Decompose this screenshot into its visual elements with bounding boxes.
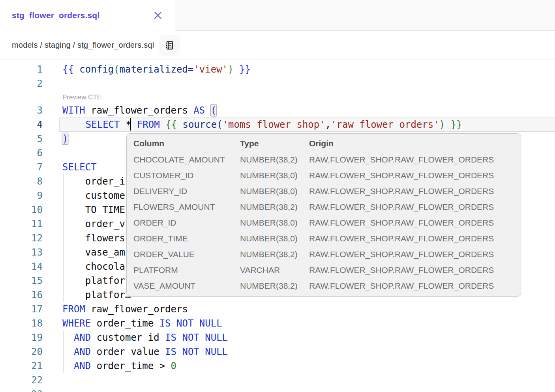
column-cell: VARCHAR xyxy=(240,265,309,275)
column-row: ORDER_VALUENUMBER(38,2)RAW.FLOWER_SHOP.R… xyxy=(133,246,516,262)
line-number[interactable]: 1 xyxy=(0,62,59,77)
code-line-text[interactable]: AND order_time > 0 xyxy=(59,359,555,373)
code-line[interactable]: 20 AND order_value IS NOT NULL xyxy=(0,345,555,359)
code-token xyxy=(165,360,171,371)
column-row: ORDER_TIMENUMBER(38,0)RAW.FLOWER_SHOP.RA… xyxy=(133,231,516,246)
line-number[interactable]: 9 xyxy=(0,189,59,203)
code-token xyxy=(63,119,86,130)
code-token: chocola xyxy=(62,261,125,272)
source-columns-popup: Column Type Origin CHOCOLATE_AMOUNTNUMBE… xyxy=(126,133,521,297)
code-line[interactable]: 22 xyxy=(0,373,555,387)
code-line[interactable]: 21 AND order_time > 0 xyxy=(0,359,555,373)
code-line[interactable]: 19 AND customer_id IS NOT NULL xyxy=(0,330,555,345)
column-row: VASE_AMOUNTNUMBER(38,2)RAW.FLOWER_SHOP.R… xyxy=(133,278,516,294)
tab-bar: stg_flower_orders.sql xyxy=(0,0,555,31)
code-token: platfor… xyxy=(62,289,131,301)
column-popup-body: CHOCOLATE_AMOUNTNUMBER(38,2)RAW.FLOWER_S… xyxy=(133,152,516,294)
line-number[interactable]: 6 xyxy=(0,146,59,160)
column-cell: NUMBER(38,2) xyxy=(240,281,309,291)
code-token: 'raw_flower_orders' xyxy=(331,119,439,130)
column-cell: FLOWERS_AMOUNT xyxy=(133,202,240,212)
line-number[interactable]: 7 xyxy=(0,160,59,174)
line-number[interactable]: 5 xyxy=(0,132,59,146)
code-line-text[interactable] xyxy=(59,373,555,387)
line-number[interactable]: 20 xyxy=(0,345,59,359)
line-number[interactable]: 23 xyxy=(0,387,59,392)
code-token: ( xyxy=(217,119,222,130)
column-cell: RAW.FLOWER_SHOP.RAW_FLOWER_ORDERS xyxy=(309,250,516,259)
code-token: 'view' xyxy=(193,64,228,75)
line-number[interactable]: 14 xyxy=(0,259,59,274)
code-line-text[interactable]: AND customer_id IS NOT NULL xyxy=(59,330,555,345)
code-line[interactable]: 1{{ config(materialized='view') }} xyxy=(0,62,555,77)
line-number[interactable]: 8 xyxy=(0,174,59,189)
code-line-text[interactable]: WHERE order_time IS NOT NULL xyxy=(59,316,555,330)
code-line-text[interactable] xyxy=(59,77,555,91)
code-token: 'moms_flower_shop' xyxy=(223,119,325,130)
code-token: AS xyxy=(193,105,205,116)
code-line[interactable]: 2 xyxy=(0,77,555,91)
code-line[interactable]: 4 SELECT * FROM {{ source('moms_flower_s… xyxy=(0,118,555,132)
line-number[interactable]: 12 xyxy=(0,231,59,245)
code-line[interactable]: 23 xyxy=(0,387,555,392)
line-number[interactable]: 10 xyxy=(0,203,59,217)
column-cell: RAW.FLOWER_SHOP.RAW_FLOWER_ORDERS xyxy=(309,265,516,275)
column-row: FLOWERS_AMOUNTNUMBER(38,2)RAW.FLOWER_SHO… xyxy=(133,199,516,215)
line-number[interactable]: 13 xyxy=(0,245,59,259)
column-cell: NUMBER(38,0) xyxy=(240,218,309,228)
code-token xyxy=(205,105,210,116)
code-token xyxy=(62,360,74,371)
lineage-notebook-button[interactable] xyxy=(159,35,180,56)
indent-guide xyxy=(63,174,64,302)
tab-title: stg_flower_orders.sql xyxy=(12,11,99,20)
column-cell: RAW.FLOWER_SHOP.RAW_FLOWER_ORDERS xyxy=(309,171,516,180)
code-token: materialized= xyxy=(120,64,194,75)
code-token: order_v xyxy=(62,218,125,230)
code-line-text[interactable]: FROM raw_flower_orders xyxy=(59,302,555,316)
line-number[interactable]: 17 xyxy=(0,302,59,316)
code-token: {{ xyxy=(62,64,74,75)
line-number[interactable]: 21 xyxy=(0,359,59,373)
code-line[interactable]: 17FROM raw_flower_orders xyxy=(0,302,555,316)
code-token: 0 xyxy=(171,360,176,371)
code-token xyxy=(177,119,182,130)
column-cell: ORDER_VALUE xyxy=(133,250,240,259)
code-token: SELECT xyxy=(62,162,97,173)
code-token: platfor xyxy=(62,275,125,286)
code-line[interactable]: 18WHERE order_time IS NOT NULL xyxy=(0,316,555,330)
code-line-text[interactable]: SELECT * FROM {{ source('moms_flower_sho… xyxy=(59,118,555,132)
line-number[interactable]: 15 xyxy=(0,274,59,288)
code-token: order_value xyxy=(91,346,165,357)
codelens-label: Preview CTE xyxy=(0,91,555,103)
line-number[interactable]: 19 xyxy=(0,330,59,345)
code-token: source xyxy=(182,119,217,130)
type-header: Type xyxy=(240,139,309,148)
code-token: order_time xyxy=(91,360,159,371)
code-token: AND xyxy=(74,332,91,343)
origin-header: Origin xyxy=(309,139,516,148)
line-number[interactable]: 11 xyxy=(0,217,59,231)
code-line-text[interactable]: AND order_value IS NOT NULL xyxy=(59,345,555,359)
code-line-text[interactable]: WITH raw_flower_orders AS ( xyxy=(59,103,555,118)
code-line-text[interactable]: {{ config(materialized='view') }} xyxy=(59,62,555,77)
line-number[interactable]: 2 xyxy=(0,77,59,91)
column-popup-header: Column Type Origin xyxy=(133,135,516,152)
column-cell: NUMBER(38,0) xyxy=(240,187,309,196)
code-token: ) xyxy=(439,119,445,130)
code-token: order_i xyxy=(62,176,125,187)
column-cell: ORDER_ID xyxy=(133,218,240,228)
tab-stg-flower-orders[interactable]: stg_flower_orders.sql xyxy=(0,0,175,31)
code-token: custome xyxy=(62,190,125,201)
column-header: Column xyxy=(133,139,240,148)
line-number[interactable]: 4 xyxy=(0,118,59,132)
line-number[interactable]: 3 xyxy=(0,103,59,118)
code-line-text[interactable] xyxy=(59,387,555,392)
code-line[interactable]: 3WITH raw_flower_orders AS ( xyxy=(0,103,555,118)
code-token xyxy=(120,119,126,130)
close-tab-button[interactable] xyxy=(152,9,164,21)
line-number[interactable]: 18 xyxy=(0,316,59,330)
line-number[interactable]: 16 xyxy=(0,288,59,302)
line-number[interactable]: 22 xyxy=(0,373,59,387)
column-cell: ORDER_TIME xyxy=(133,234,240,243)
code-token: IS NOT NULL xyxy=(165,346,228,357)
